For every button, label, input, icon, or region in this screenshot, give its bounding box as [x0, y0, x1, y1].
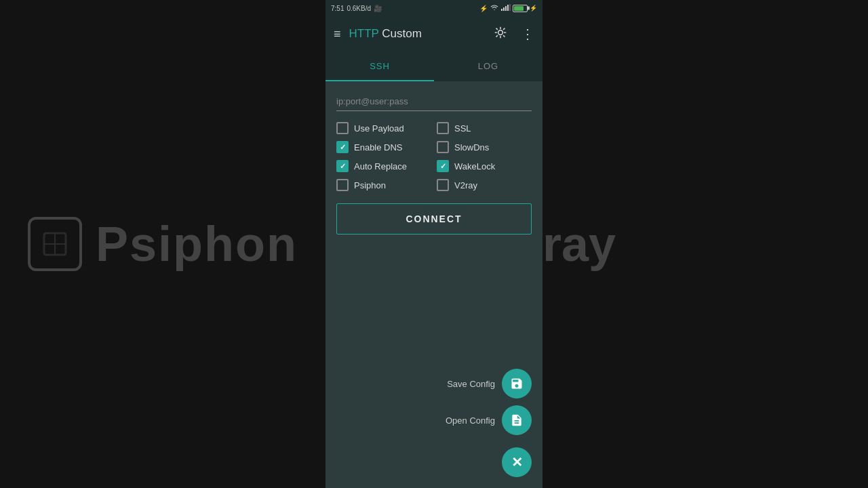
checkbox-label-auto-replace: Auto Replace [354, 161, 407, 171]
checkbox-box-wakelock [437, 160, 449, 172]
open-config-button[interactable] [502, 405, 532, 435]
checkbox-auto-replace[interactable]: Auto Replace [336, 160, 431, 172]
checkbox-box-psiphon [336, 179, 349, 191]
phone-frame: 7:51 0.6KB/d 🎥 ⚡ [326, 0, 542, 488]
app-header: ≡ HTTP Custom ⋮ [326, 16, 542, 52]
checkbox-slow-dns[interactable]: SlowDns [437, 141, 532, 153]
checkbox-box-use-payload [336, 122, 349, 134]
checkbox-label-psiphon: Psiphon [354, 180, 386, 190]
checkbox-label-use-payload: Use Payload [354, 123, 404, 134]
background-right: ray [536, 0, 868, 488]
open-config-label: Open Config [446, 415, 495, 426]
status-bar: 7:51 0.6KB/d 🎥 ⚡ [326, 0, 542, 16]
data-speed: 0.6KB/d [347, 5, 371, 12]
tab-log[interactable]: LOG [434, 52, 542, 81]
background-left: Psiphon [0, 0, 326, 488]
wifi-icon [490, 4, 499, 12]
checkbox-wakelock[interactable]: WakeLock [437, 160, 532, 172]
checkbox-label-ssl: SSL [454, 123, 471, 134]
tabs: SSH LOG [326, 52, 542, 81]
tab-ssh[interactable]: SSH [326, 52, 434, 81]
checkbox-box-auto-replace [336, 160, 349, 172]
battery-icon [513, 5, 528, 12]
save-config-label: Save Config [447, 379, 495, 389]
title-custom: Custom [379, 27, 422, 40]
checkbox-enable-dns[interactable]: Enable DNS [336, 141, 431, 153]
psiphon-bg-icon [28, 217, 82, 271]
fab-save-config-item: Save Config [447, 369, 532, 399]
checkbox-ssl[interactable]: SSL [437, 122, 532, 134]
svg-rect-5 [505, 6, 507, 11]
save-config-button[interactable] [502, 369, 532, 399]
ssh-input-container [336, 92, 532, 111]
content-area: Use Payload SSL Enable DNS SlowDns Auto … [326, 81, 542, 488]
camera-icon: 🎥 [374, 5, 382, 12]
app-title: HTTP Custom [349, 27, 480, 41]
more-icon[interactable]: ⋮ [521, 26, 534, 42]
menu-icon[interactable]: ≡ [334, 27, 341, 41]
fab-open-config-item: Open Config [446, 405, 532, 435]
time: 7:51 [331, 5, 344, 12]
checkboxes-grid: Use Payload SSL Enable DNS SlowDns Auto … [336, 122, 532, 191]
fab-container: Save Config Open Config ✕ [446, 369, 532, 477]
connect-button[interactable]: CONNECT [336, 203, 532, 235]
bug-icon[interactable] [494, 26, 507, 43]
svg-rect-7 [509, 4, 511, 11]
checkbox-box-v2ray [437, 179, 449, 191]
svg-rect-3 [501, 9, 502, 11]
checkbox-psiphon[interactable]: Psiphon [336, 179, 431, 191]
checkbox-box-slow-dns [437, 141, 449, 153]
checkbox-box-enable-dns [336, 141, 349, 153]
bluetooth-icon: ⚡ [479, 5, 488, 12]
checkbox-label-wakelock: WakeLock [454, 161, 495, 171]
ssh-input[interactable] [336, 92, 532, 111]
charging-icon: ⚡ [530, 5, 537, 12]
checkbox-box-ssl [437, 122, 449, 134]
checkbox-label-v2ray: V2ray [454, 180, 477, 190]
checkbox-v2ray[interactable]: V2ray [437, 179, 532, 191]
checkbox-use-payload[interactable]: Use Payload [336, 122, 431, 134]
svg-rect-6 [507, 5, 509, 11]
signal-icon [501, 4, 511, 12]
fab-close-button[interactable]: ✕ [502, 447, 532, 477]
bg-ray-text: ray [542, 216, 616, 272]
checkbox-label-enable-dns: Enable DNS [354, 142, 403, 152]
title-http: HTTP [349, 27, 379, 40]
checkbox-label-slow-dns: SlowDns [454, 142, 489, 152]
svg-rect-4 [503, 7, 505, 11]
svg-point-8 [498, 30, 503, 35]
bg-psiphon-text: Psiphon [96, 216, 298, 272]
